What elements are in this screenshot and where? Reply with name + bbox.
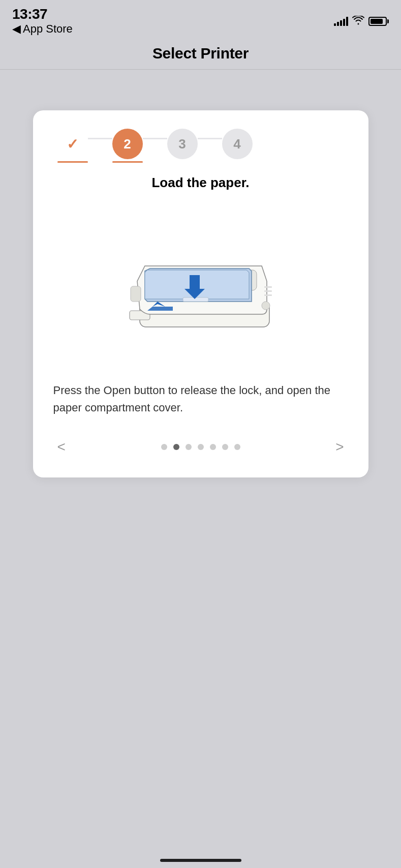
pagination-dot-6[interactable]	[222, 444, 228, 450]
pagination-dot-2[interactable]	[173, 444, 179, 450]
back-label: App Store	[23, 22, 73, 36]
step-4[interactable]: 4	[222, 129, 253, 163]
signal-bar-3	[340, 20, 342, 26]
step-2-circle: 2	[112, 129, 143, 159]
back-chevron: ◀	[12, 22, 21, 36]
svg-rect-4	[264, 286, 272, 288]
step-spacer-2-3	[143, 138, 167, 139]
signal-bars	[334, 17, 348, 26]
step-title: Load the paper.	[49, 175, 352, 191]
main-content: ✓ 2 3 4 Load the paper.	[0, 70, 401, 836]
pagination-dot-4[interactable]	[198, 444, 204, 450]
step-3-circle: 3	[167, 129, 198, 159]
illustration-area	[49, 205, 352, 368]
signal-bar-5	[346, 17, 348, 26]
svg-rect-8	[131, 286, 141, 302]
signal-bar-4	[343, 19, 345, 26]
status-time: 13:37	[12, 7, 73, 21]
step-1[interactable]: ✓	[57, 129, 88, 163]
status-left: 13:37 ◀ App Store	[12, 7, 73, 36]
pagination-dot-5[interactable]	[210, 444, 216, 450]
svg-rect-6	[264, 294, 272, 296]
pagination-dot-1[interactable]	[161, 444, 167, 450]
pagination-next[interactable]: >	[331, 435, 348, 459]
step-3[interactable]: 3	[167, 129, 198, 163]
page-title: Select Printer	[152, 45, 249, 62]
printer-illustration	[114, 215, 287, 357]
nav-bar: Select Printer	[0, 40, 401, 70]
status-bar: 13:37 ◀ App Store	[0, 0, 401, 40]
step-indicators: ✓ 2 3 4	[49, 129, 352, 163]
step-spacer-1-2	[88, 138, 112, 139]
pagination-dot-3[interactable]	[186, 444, 192, 450]
step-2[interactable]: 2	[112, 129, 143, 163]
home-indicator	[160, 859, 241, 862]
wifi-icon	[352, 16, 364, 27]
svg-rect-5	[264, 290, 272, 292]
pagination: < >	[49, 435, 352, 459]
pagination-dot-7[interactable]	[234, 444, 240, 450]
status-right	[334, 16, 389, 27]
back-button[interactable]: ◀ App Store	[12, 22, 73, 36]
step-1-circle: ✓	[57, 129, 88, 159]
svg-point-7	[262, 302, 270, 310]
step-spacer-3-4	[198, 138, 222, 139]
signal-bar-1	[334, 23, 336, 26]
svg-rect-3	[183, 297, 208, 302]
step-4-circle: 4	[222, 129, 253, 159]
battery-icon	[368, 17, 389, 26]
instruction-card: ✓ 2 3 4 Load the paper.	[33, 110, 368, 477]
step-description: Press the Open button to release the loc…	[49, 382, 352, 416]
pagination-dots	[161, 444, 240, 450]
signal-bar-2	[337, 22, 339, 26]
pagination-prev[interactable]: <	[53, 435, 70, 459]
